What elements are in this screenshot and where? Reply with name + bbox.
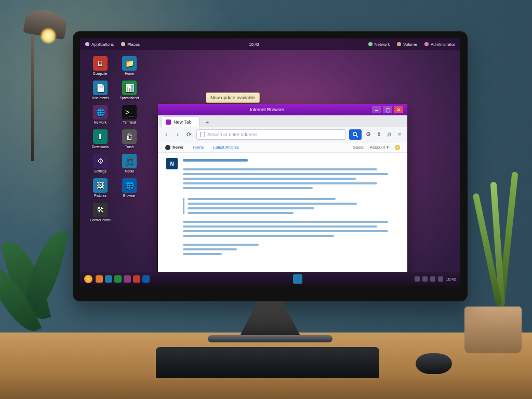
icon-label: Home: [125, 72, 134, 75]
site-logo[interactable]: News: [165, 145, 183, 150]
update-tooltip: New update available: [206, 92, 260, 103]
desktop-icon-settings[interactable]: ⚙Settings: [88, 154, 112, 173]
launcher-icon: 🖥: [93, 56, 108, 71]
tab-label: New Tab: [174, 119, 192, 125]
icon-label: Terminal: [123, 121, 136, 124]
monitor: Applications Places 10:42 Network Volume: [73, 31, 468, 301]
launcher-icon: 🛠: [93, 203, 108, 217]
coin-icon: [395, 145, 400, 150]
taskbar-active-app[interactable]: [293, 274, 302, 284]
desktop-icon-grid: 🖥Computer📁Home📄Documents📊Spreadsheet🌐Net…: [88, 56, 141, 222]
share-icon[interactable]: ⇪: [375, 131, 382, 138]
reload-button[interactable]: ⟳: [185, 130, 193, 139]
new-tab-button[interactable]: +: [203, 118, 212, 127]
desktop-screen[interactable]: Applications Places 10:42 Network Volume: [80, 38, 460, 286]
clock[interactable]: 10:42: [249, 42, 259, 47]
tray-clock[interactable]: 10:42: [446, 277, 456, 282]
desktop-icon-control-panel[interactable]: 🛠Control Panel: [88, 203, 112, 222]
start-button[interactable]: [84, 275, 92, 283]
site-name: News: [172, 145, 183, 150]
page-content[interactable]: N: [158, 153, 407, 273]
desktop-icon-downloads[interactable]: ⬇Downloads: [88, 129, 112, 149]
user-icon: [424, 42, 429, 46]
tab-strip[interactable]: New Tab +: [158, 115, 407, 127]
account-menu[interactable]: Account ▾: [370, 145, 389, 150]
icon-label: Browser: [123, 194, 136, 197]
ubuntu-icon: [85, 42, 89, 46]
icon-label: Network: [94, 121, 107, 124]
desktop-icon-media[interactable]: 🎵Media: [117, 154, 141, 173]
page-icon: [200, 132, 205, 137]
monitor-base: [208, 335, 332, 342]
go-button[interactable]: [349, 129, 362, 140]
network-indicator[interactable]: Network: [368, 42, 390, 47]
system-tray[interactable]: 10:42: [415, 276, 456, 282]
article: N: [166, 158, 399, 258]
forward-button[interactable]: ›: [174, 130, 182, 139]
close-button[interactable]: ✕: [394, 106, 403, 113]
print-icon[interactable]: ⎙: [385, 131, 393, 138]
icon-label: Spreadsheet: [120, 96, 139, 100]
minimize-button[interactable]: –: [372, 106, 381, 113]
bookmark-link-latest[interactable]: Latest Articles: [213, 145, 239, 150]
bookmark-bar: News Home Latest Articles Guest Account …: [158, 142, 407, 153]
back-button[interactable]: ‹: [162, 130, 170, 139]
taskbar-pinned-app[interactable]: [124, 275, 131, 283]
desktop-icon-computer[interactable]: 🖥Computer: [88, 56, 112, 75]
menu-icon[interactable]: ≡: [396, 131, 403, 138]
address-placeholder: Search or enter address: [207, 132, 258, 137]
svg-line-2: [356, 135, 358, 137]
desktop-icon-spreadsheet[interactable]: 📊Spreadsheet: [117, 81, 141, 100]
tray-icon[interactable]: [422, 276, 428, 282]
places-menu[interactable]: Places: [121, 42, 140, 47]
desktop-icon-terminal[interactable]: >_Terminal: [117, 105, 141, 124]
user-menu[interactable]: Administrator: [424, 42, 455, 47]
taskbar-pinned-app[interactable]: [133, 275, 140, 283]
guest-label[interactable]: Guest: [353, 145, 364, 150]
launcher-icon: 🖼: [93, 178, 108, 193]
desktop-icon-network[interactable]: 🌐Network: [88, 105, 112, 124]
search-icon: [352, 131, 358, 138]
icon-label: Settings: [94, 169, 107, 173]
tab-favicon: [166, 119, 171, 125]
browser-tab[interactable]: New Tab: [161, 116, 200, 127]
tray-icon[interactable]: [438, 276, 443, 282]
tray-icon[interactable]: [415, 276, 420, 282]
desktop-icon-trash[interactable]: 🗑Trash: [117, 129, 141, 149]
volume-indicator[interactable]: Volume: [397, 42, 417, 47]
taskbar-pinned-app[interactable]: [142, 275, 150, 283]
launcher-icon: 🗑: [122, 129, 137, 144]
address-bar[interactable]: Search or enter address: [196, 129, 346, 140]
window-title: Internet Browser: [166, 107, 368, 112]
taskbar-pinned-app[interactable]: [96, 275, 103, 283]
desktop-icon-browser[interactable]: 🌐Browser: [117, 178, 141, 197]
taskbar-pinned-app[interactable]: [105, 275, 112, 283]
article-body: [183, 158, 399, 258]
places-label: Places: [127, 42, 140, 47]
tray-icon[interactable]: [430, 276, 435, 282]
desktop-icon-documents[interactable]: 📄Documents: [88, 81, 112, 100]
svg-rect-0: [201, 132, 205, 137]
places-icon: [121, 42, 125, 46]
launcher-icon: 🌐: [122, 178, 137, 193]
bookmark-link-home[interactable]: Home: [193, 145, 204, 150]
top-menu-bar[interactable]: Applications Places 10:42 Network Volume: [80, 38, 460, 50]
icon-label: Trash: [125, 145, 134, 149]
site-icon: [165, 145, 170, 150]
desk-lamp: [10, 10, 78, 166]
desktop-icon-home[interactable]: 📁Home: [117, 56, 141, 75]
browser-window[interactable]: Internet Browser – ▢ ✕ New Tab + ‹: [158, 104, 407, 273]
desk-scene: Applications Places 10:42 Network Volume: [0, 0, 532, 399]
maximize-button[interactable]: ▢: [383, 106, 392, 113]
launcher-icon: 📊: [122, 81, 137, 95]
applications-menu[interactable]: Applications: [85, 42, 114, 47]
launcher-icon: ⚙: [93, 154, 108, 168]
window-titlebar[interactable]: Internet Browser – ▢ ✕: [158, 104, 407, 115]
taskbar[interactable]: 10:42: [80, 272, 460, 286]
icon-label: Downloads: [92, 145, 109, 149]
article-thumb: N: [166, 158, 178, 169]
settings-icon[interactable]: ⚙: [365, 131, 372, 138]
icon-label: Documents: [92, 96, 109, 100]
taskbar-pinned-app[interactable]: [114, 275, 122, 283]
desktop-icon-pictures[interactable]: 🖼Pictures: [88, 178, 112, 197]
